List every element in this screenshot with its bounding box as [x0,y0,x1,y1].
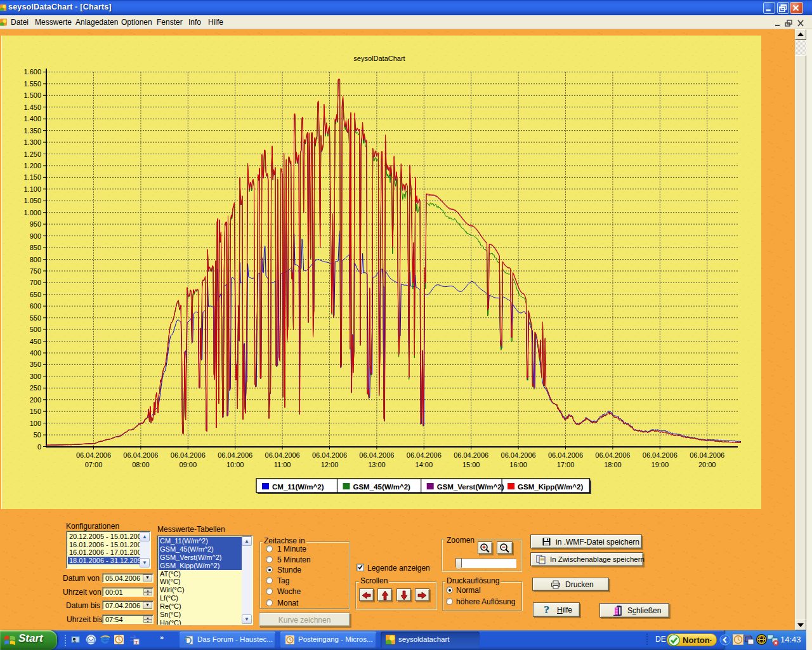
svg-text:06.04.2006: 06.04.2006 [690,451,724,459]
svg-text:200: 200 [30,396,41,404]
svg-text:19:00: 19:00 [652,461,669,468]
svg-text:06.04.2006: 06.04.2006 [123,451,158,459]
svg-text:15:00: 15:00 [462,461,480,468]
svg-text:12:00: 12:00 [321,461,339,468]
svg-text:850: 850 [30,244,41,251]
svg-text:1.350: 1.350 [23,127,41,135]
svg-text:20:00: 20:00 [698,461,716,468]
svg-text:100: 100 [30,420,41,427]
svg-text:07:00: 07:00 [85,461,103,468]
svg-text:06.04.2006: 06.04.2006 [265,451,300,459]
svg-text:700: 700 [30,279,41,286]
svg-text:06.04.2006: 06.04.2006 [595,451,630,459]
svg-text:06.04.2006: 06.04.2006 [171,451,206,459]
svg-text:50: 50 [34,431,41,439]
svg-text:T: T [135,640,138,645]
svg-text:06.04.2006: 06.04.2006 [454,451,488,459]
svg-text:1.550: 1.550 [23,80,41,88]
svg-text:CM_11(W/m^2): CM_11(W/m^2) [272,483,324,491]
svg-text:06.04.2006: 06.04.2006 [501,451,536,459]
svg-text:400: 400 [30,349,41,357]
svg-text:1.000: 1.000 [23,209,41,216]
svg-text:GSM_Verst(W/m^2): GSM_Verst(W/m^2) [437,483,504,491]
svg-text:600: 600 [30,302,41,310]
svg-text:650: 650 [30,291,41,298]
svg-text:1.300: 1.300 [23,138,41,146]
svg-text:06.04.2006: 06.04.2006 [359,451,394,459]
svg-text:13:00: 13:00 [368,461,386,468]
svg-text:GSM_45(W/m^2): GSM_45(W/m^2) [353,483,411,491]
svg-text:500: 500 [30,326,41,333]
svg-text:GSM_Kipp(W/m^2): GSM_Kipp(W/m^2) [518,483,583,491]
svg-text:06.04.2006: 06.04.2006 [76,451,111,459]
svg-text:950: 950 [30,220,41,228]
svg-text:1.100: 1.100 [23,185,41,193]
svg-text:450: 450 [30,338,41,345]
svg-text:750: 750 [30,267,41,275]
svg-text:06.04.2006: 06.04.2006 [218,451,252,459]
svg-text:seysolDataChart: seysolDataChart [353,55,405,62]
svg-text:18:00: 18:00 [604,461,622,468]
svg-text:300: 300 [30,373,41,380]
svg-text:10:00: 10:00 [226,461,244,468]
svg-text:1.250: 1.250 [23,150,41,158]
svg-text:14:00: 14:00 [416,461,433,468]
svg-text:150: 150 [30,408,41,415]
svg-text:16:00: 16:00 [509,461,527,468]
svg-text:0: 0 [37,443,41,451]
svg-text:06.04.2006: 06.04.2006 [548,451,583,459]
svg-text:250: 250 [30,384,41,392]
svg-text:550: 550 [30,314,41,322]
svg-text:800: 800 [30,256,41,263]
svg-text:1.450: 1.450 [23,103,41,111]
svg-text:06.04.2006: 06.04.2006 [407,451,442,459]
svg-text:1.500: 1.500 [23,91,41,99]
svg-text:1.600: 1.600 [23,68,41,76]
svg-text:17:00: 17:00 [557,461,575,468]
svg-text:1.200: 1.200 [23,162,41,169]
svg-text:1.050: 1.050 [23,197,41,204]
svg-text:1.400: 1.400 [23,115,41,123]
svg-text:06.04.2006: 06.04.2006 [643,451,678,459]
svg-text:08:00: 08:00 [132,461,150,468]
svg-text:1.150: 1.150 [23,173,41,181]
svg-text:09:00: 09:00 [180,461,197,468]
svg-text:11:00: 11:00 [274,461,291,468]
svg-text:350: 350 [30,361,41,368]
svg-text:900: 900 [30,232,41,240]
svg-text:06.04.2006: 06.04.2006 [312,451,347,459]
